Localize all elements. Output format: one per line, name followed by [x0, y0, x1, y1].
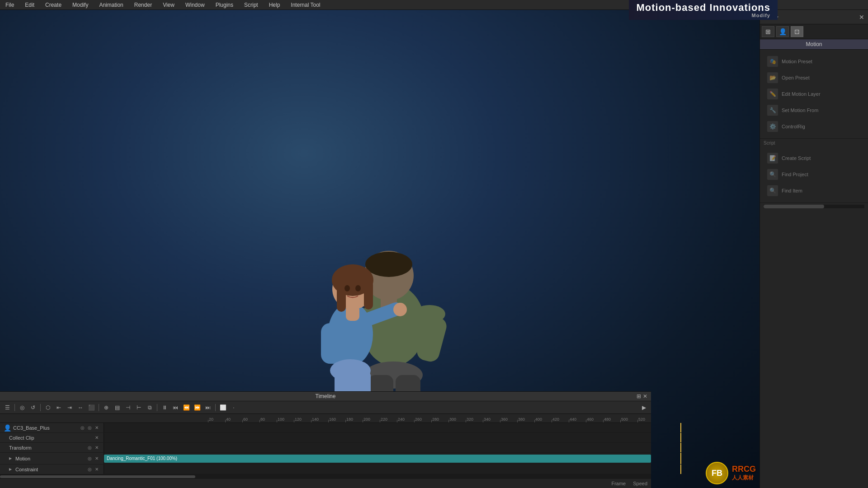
- panel-close-icon[interactable]: ✕: [859, 14, 864, 21]
- scroll-thumb[interactable]: [0, 475, 195, 478]
- tl-select-tool[interactable]: ▤: [113, 403, 122, 412]
- panel-btn-open-preset[interactable]: 📂 Open Preset: [764, 70, 864, 86]
- tl-copy-btn[interactable]: ⧉: [145, 403, 154, 412]
- menu-window[interactable]: Window: [184, 1, 207, 9]
- timeline-header: Timeline ⊞ ✕: [0, 391, 651, 401]
- track-label-constraint: Constraint: [15, 467, 38, 472]
- menu-internal-tool[interactable]: Internal Tool: [289, 1, 322, 9]
- tl-right-btn[interactable]: ▶: [639, 403, 648, 412]
- set-motion-icon: 🔧: [767, 105, 778, 116]
- tl-btn-3[interactable]: ⬡: [43, 403, 52, 412]
- panel-scroll-thumb[interactable]: [764, 205, 824, 208]
- ruler-tick-300: 300: [448, 414, 466, 422]
- track-lock-btn-cc3[interactable]: ◎: [86, 425, 93, 431]
- motion-expand-arrow[interactable]: ▶: [9, 456, 14, 460]
- track-name-cc3: 👤 CC3_Base_Plus ◎ ◎ ✕: [0, 423, 104, 432]
- ruler-tick-160: 160: [328, 414, 345, 422]
- tl-zoom-fit[interactable]: ⊕: [102, 403, 111, 412]
- tl-separator-1: [14, 404, 15, 411]
- panel-btn-edit-motion[interactable]: ✏️ Edit Motion Layer: [764, 86, 864, 102]
- track-eye-btn-cc3[interactable]: ◎: [79, 425, 85, 431]
- horizontal-scrollbar[interactable]: [0, 474, 651, 479]
- track-del-btn-constraint[interactable]: ✕: [94, 466, 100, 473]
- timeline-close-icon[interactable]: ✕: [643, 393, 647, 399]
- track-eye-btn-motion[interactable]: ◎: [86, 455, 93, 462]
- track-del-btn-cc3[interactable]: ✕: [94, 425, 100, 431]
- menu-plugins[interactable]: Plugins: [214, 1, 235, 9]
- tab-icon-2[interactable]: 👤: [776, 26, 789, 37]
- tl-menu-btn[interactable]: ☰: [3, 403, 12, 412]
- menu-help[interactable]: Help: [267, 1, 282, 9]
- ruler-tick-440: 440: [569, 414, 586, 422]
- tab-icon-1[interactable]: ⊞: [762, 26, 774, 37]
- motion-panel: Motion 🎭 Motion Preset 📂 Open Preset ✏️ …: [760, 39, 868, 488]
- find-item-icon: 🔍: [767, 185, 778, 196]
- menu-edit[interactable]: Edit: [23, 1, 36, 9]
- motion-clip[interactable]: Dancing_Romantic_F01 (100.00%): [104, 455, 651, 463]
- tl-split-tool[interactable]: ⊣: [123, 403, 132, 412]
- panel-btn-motion-preset[interactable]: 🎭 Motion Preset: [764, 53, 864, 70]
- svg-point-18: [393, 303, 407, 316]
- tl-btn-2[interactable]: ↺: [28, 403, 38, 412]
- tl-btn-5[interactable]: ⇥: [65, 403, 74, 412]
- panel-toolbar-icons: ✕: [859, 14, 864, 21]
- right-panel: Modify ✕ ⊞ 👤 ⊡ Motion 🎭 Motion Preset 📂: [760, 10, 868, 488]
- menu-animation[interactable]: Animation: [97, 1, 125, 9]
- track-char-icon: 👤: [4, 424, 11, 432]
- panel-btn-create-script[interactable]: 📝 Create Script: [764, 150, 864, 166]
- tl-prev-key[interactable]: ⏮: [171, 403, 180, 412]
- menu-modify[interactable]: Modify: [71, 1, 90, 9]
- ruler-tick-480: 480: [603, 414, 620, 422]
- tl-btn-1[interactable]: ◎: [18, 403, 27, 412]
- track-row-cc3: 👤 CC3_Base_Plus ◎ ◎ ✕: [0, 423, 651, 433]
- panel-btn-set-motion[interactable]: 🔧 Set Motion From: [764, 102, 864, 118]
- watermark-brand-text: RRCG 人人素材: [732, 465, 756, 482]
- menu-script[interactable]: Script: [242, 1, 260, 9]
- panel-btn-find-project[interactable]: 🔍 Find Project: [764, 166, 864, 183]
- timeline-expand-icon[interactable]: ⊞: [637, 393, 641, 399]
- motion-preset-icon: 🎭: [767, 56, 778, 67]
- ruler-tick-320: 320: [466, 414, 483, 422]
- tl-trim-tool[interactable]: ⊢: [134, 403, 143, 412]
- menu-view[interactable]: View: [161, 1, 176, 9]
- find-project-icon: 🔍: [767, 169, 778, 180]
- controlrig-icon: ⚙️: [767, 121, 778, 132]
- track-row-transform: Transform ◎ ✕: [0, 443, 651, 453]
- ruler-tick-340: 340: [483, 414, 500, 422]
- constraint-expand-arrow[interactable]: ▶: [9, 467, 14, 471]
- ruler-tick-260: 260: [414, 414, 431, 422]
- motion-panel-header: Motion: [760, 39, 868, 50]
- panel-btn-find-item[interactable]: 🔍 Find Item: [764, 183, 864, 199]
- tl-prev-frame[interactable]: ⏪: [182, 403, 191, 412]
- tl-btn-7[interactable]: ⬛: [87, 403, 96, 412]
- tl-next-key[interactable]: ⏭: [203, 403, 212, 412]
- track-eye-btn-constraint[interactable]: ◎: [86, 466, 93, 473]
- tl-btn-6[interactable]: ↔: [76, 403, 85, 412]
- viewport: Character Interaction Timeline ⊞ ✕ ☰ ◎ ↺…: [0, 10, 760, 488]
- tl-fullscreen[interactable]: ⬜: [218, 403, 227, 412]
- ruler-tick-500: 500: [620, 414, 637, 422]
- panel-section-script: 📝 Create Script 🔍 Find Project 🔍 Find It…: [760, 146, 868, 203]
- tab-icon-3[interactable]: ⊡: [791, 26, 803, 37]
- timeline-header-icons: ⊞ ✕: [637, 393, 647, 399]
- panel-btn-controlrig[interactable]: ⚙️ ControlRig: [764, 118, 864, 135]
- track-del-btn-collect[interactable]: ✕: [94, 435, 100, 441]
- track-del-btn-motion[interactable]: ✕: [94, 455, 100, 462]
- tl-play-btn[interactable]: ⏩: [193, 403, 202, 412]
- panel-scrollbar[interactable]: [764, 205, 864, 208]
- menu-render[interactable]: Render: [132, 1, 154, 9]
- tl-stop-btn[interactable]: ⏸: [160, 403, 169, 412]
- ruler-tick-80: 80: [259, 414, 277, 422]
- tl-settings[interactable]: ·: [229, 403, 238, 412]
- track-del-btn-transform[interactable]: ✕: [94, 445, 100, 451]
- svg-point-2: [365, 252, 412, 277]
- playhead-motion: [680, 453, 681, 464]
- find-item-label: Find Item: [782, 188, 802, 193]
- tl-btn-4[interactable]: ⇤: [54, 403, 63, 412]
- track-icons-cc3: ◎ ◎ ✕: [79, 425, 100, 431]
- track-eye-btn-transform[interactable]: ◎: [86, 445, 93, 451]
- menu-create[interactable]: Create: [43, 1, 63, 9]
- playhead-collect: [680, 433, 681, 442]
- menu-file[interactable]: File: [4, 1, 16, 9]
- edit-motion-icon: ✏️: [767, 89, 778, 99]
